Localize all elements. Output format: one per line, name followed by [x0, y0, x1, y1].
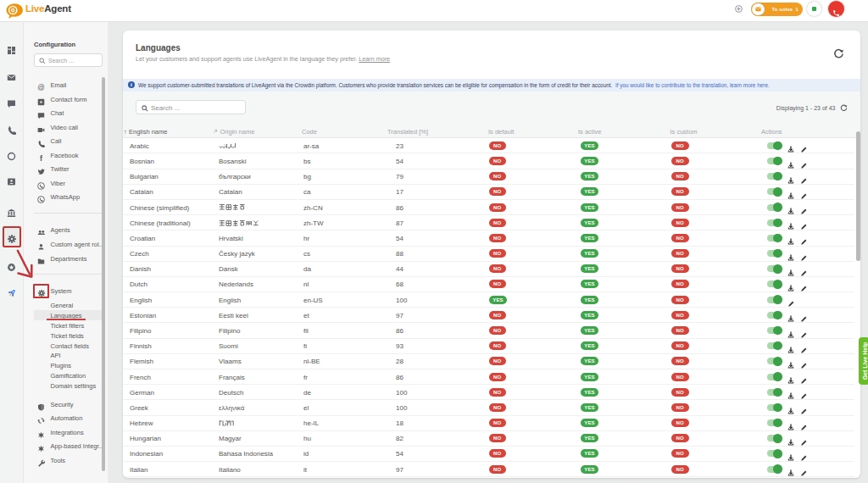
svg-text:@: @ — [37, 84, 45, 92]
svg-text:f: f — [40, 154, 43, 162]
